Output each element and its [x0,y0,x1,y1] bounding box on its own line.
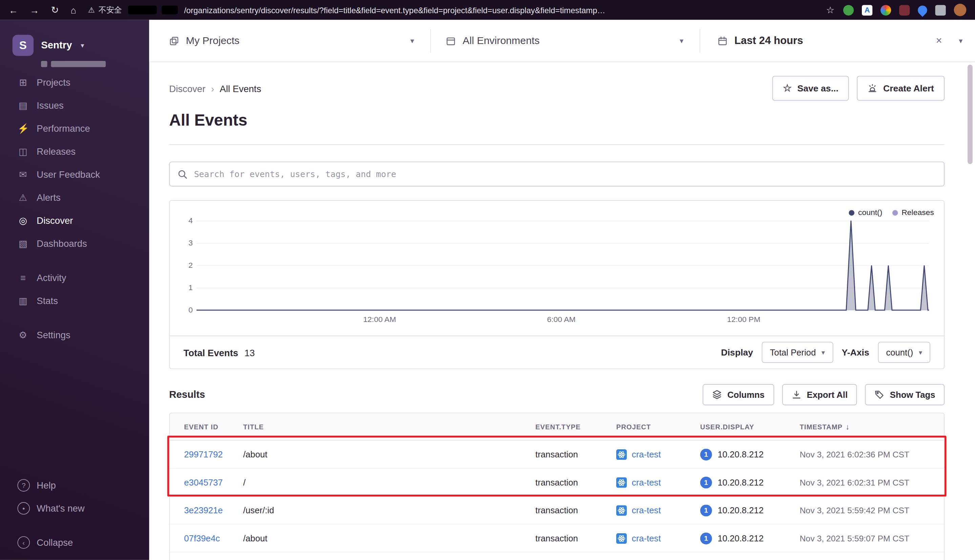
sidebar-item-performance[interactable]: ⚡ Performance [0,117,149,140]
projects-icon: ⊞ [17,77,28,88]
display-dropdown-value: Total Period [770,347,816,357]
sidebar-item-user-feedback[interactable]: ✉ User Feedback [0,163,149,186]
date-range-value: Last 24 hours [735,35,803,47]
browser-extensions-area: A [843,4,966,16]
site-security-indicator[interactable]: ⚠ 不安全 [88,5,122,15]
projects-filter-icon [169,36,179,46]
sidebar-item-collapse[interactable]: ‹ Collapse [0,531,149,554]
y-axis-label: Y-Axis [841,347,869,357]
address-bar[interactable]: /organizations/sentry/discover/results/?… [184,5,822,15]
table-row[interactable]: 29971792 /about transaction cra-test 1 1… [170,440,944,468]
event-id-link[interactable]: e3045737 [184,477,243,487]
project-link[interactable]: cra-test [632,477,661,487]
col-header-title[interactable]: TITLE [243,423,536,430]
search-input[interactable] [194,169,937,179]
event-timestamp: Nov 3, 2021 5:59:42 PM CST [800,505,929,515]
extension-icon[interactable] [899,5,910,15]
columns-button[interactable]: Columns [702,384,774,405]
sidebar-item-alerts[interactable]: ⚠ Alerts [0,186,149,209]
extension-icon[interactable] [880,5,891,15]
date-range-filter[interactable]: Last 24 hours × ▾ [700,20,975,62]
sidebar-item-activity[interactable]: ≡ Activity [0,266,149,289]
chevron-down-icon[interactable]: ▾ [410,36,414,45]
x-axis-tick-label: 6:00 AM [547,315,576,324]
react-project-icon [616,449,627,460]
chevron-down-icon: ▾ [81,41,84,50]
legend-item[interactable]: Releases [892,208,934,217]
search-bar[interactable] [169,162,945,186]
tag-icon [874,390,884,400]
col-header-event-id[interactable]: EVENT ID [184,423,243,430]
sidebar-item-settings[interactable]: ⚙ Settings [0,323,149,346]
timestamp-header-label: TIMESTAMP [800,423,843,430]
user-ip: 10.20.8.212 [718,449,764,459]
sidebar-item-releases[interactable]: ◫ Releases [0,140,149,163]
issues-icon: ▤ [17,100,28,111]
translate-extension-icon[interactable]: A [862,5,872,15]
breadcrumb-discover-link[interactable]: Discover [169,83,205,93]
puzzle-extension-icon[interactable] [935,5,946,15]
table-row[interactable]: 07f39e4c /about transaction cra-test 1 1… [170,525,944,553]
page-scrollbar[interactable] [968,65,973,164]
org-switcher[interactable]: S Sentry ▾ [0,35,149,56]
project-link[interactable]: cra-test [632,505,661,515]
sidebar-item-help[interactable]: ? Help [0,474,149,497]
col-header-event-type[interactable]: EVENT.TYPE [535,423,616,430]
event-type: transaction [535,449,616,459]
col-header-project[interactable]: PROJECT [616,423,700,430]
grammarly-extension-icon[interactable] [843,5,854,15]
sidebar-item-discover[interactable]: ◎ Discover [0,209,149,232]
table-row[interactable]: e3045737 / transaction cra-test 1 10.20.… [170,468,944,497]
browser-forward-icon[interactable]: → [30,5,39,15]
user-ip: 10.20.8.212 [718,477,764,487]
col-header-timestamp[interactable]: TIMESTAMP ↓ [800,422,929,431]
table-row[interactable]: 3e23921e /user/:id transaction cra-test … [170,497,944,525]
sidebar-item-dashboards[interactable]: ▧ Dashboards [0,232,149,255]
event-title: /about [243,533,536,543]
sidebar-item-issues[interactable]: ▤ Issues [0,94,149,117]
y-axis-dropdown[interactable]: count() ▾ [878,342,930,363]
browser-back-icon[interactable]: ← [9,5,18,15]
chart-legend: count()Releases [849,208,934,217]
sidebar-item-whats-new[interactable]: • What's new [0,497,149,520]
user-avatar: 1 [700,505,712,516]
sidebar-footer: ? Help • What's new ‹ Collapse [0,474,149,554]
create-alert-button[interactable]: Create Alert [857,76,945,100]
show-tags-label: Show Tags [890,390,935,400]
project-filter[interactable]: My Projects ▾ [149,20,431,62]
breadcrumb-separator-icon: › [211,83,214,93]
sidebar-item-stats[interactable]: ▥ Stats [0,289,149,312]
legend-label: Releases [902,208,934,217]
sidebar-item-label: Collapse [37,537,73,547]
clear-date-filter-icon[interactable]: × [936,35,942,47]
bookmark-star-icon[interactable]: ☆ [826,4,835,15]
col-header-user-display[interactable]: USER.DISPLAY [700,423,800,430]
sidebar-item-projects[interactable]: ⊞ Projects [0,71,149,94]
redacted-url-segment [162,6,178,15]
browser-profile-avatar[interactable] [954,4,967,16]
table-row[interactable]: cra-test 1 10.20.8.212 [170,553,944,560]
page-title: All Events [169,111,945,130]
results-table: EVENT ID TITLE EVENT.TYPE PROJECT USER.D… [169,413,945,560]
show-tags-button[interactable]: Show Tags [865,384,945,405]
event-id-link[interactable]: 07f39e4c [184,533,243,543]
user-display-cell: 1 10.20.8.212 [700,477,800,488]
project-link[interactable]: cra-test [632,533,661,543]
chevron-down-icon[interactable]: ▾ [959,36,962,45]
browser-refresh-icon[interactable]: ↻ [51,4,59,15]
browser-home-icon[interactable]: ⌂ [70,5,76,15]
sidebar-item-label: Releases [37,146,75,157]
project-link[interactable]: cra-test [632,449,661,459]
export-all-button[interactable]: Export All [782,384,857,405]
environment-filter[interactable]: All Environments ▾ [431,20,700,62]
chevron-down-icon[interactable]: ▾ [679,36,683,45]
map-pin-extension-icon[interactable] [916,3,929,17]
legend-item[interactable]: count() [849,208,882,217]
save-as-button[interactable]: ☆ Save as... [772,76,849,100]
discover-icon: ◎ [17,215,28,226]
event-id-link[interactable]: 3e23921e [184,505,243,515]
display-dropdown[interactable]: Total Period ▾ [762,342,833,363]
event-type: transaction [535,477,616,487]
sentry-logo: S [13,35,33,56]
event-id-link[interactable]: 29971792 [184,449,243,459]
